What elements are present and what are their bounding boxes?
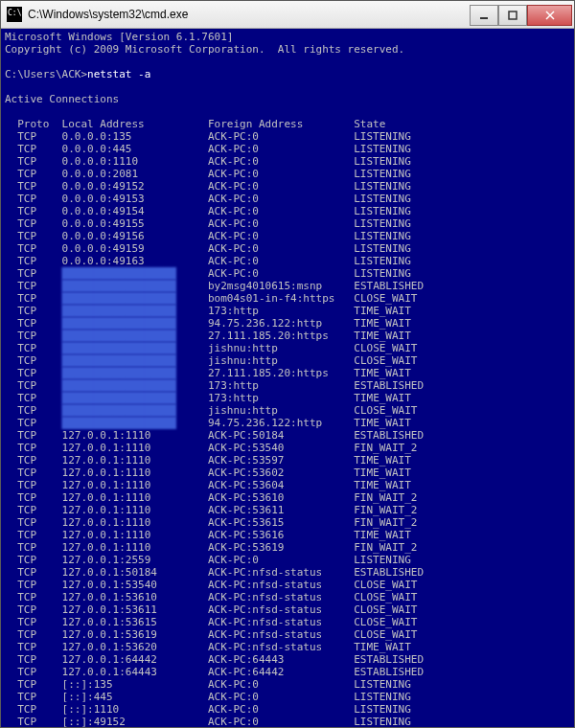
connection-row: TCP ██████████████████ bom04s01-in-f4:ht… bbox=[5, 292, 418, 305]
window-title: C:\Windows\system32\cmd.exe bbox=[28, 8, 470, 21]
obscured-address: ██████████████████ bbox=[62, 292, 176, 305]
obscured-address: ██████████████████ bbox=[62, 330, 176, 342]
connection-row: TCP 127.0.0.1:1110 ACK-PC:53604 TIME_WAI… bbox=[5, 479, 411, 491]
connection-row: TCP 0.0.0.0:49163 ACK-PC:0 LISTENING bbox=[5, 255, 411, 267]
connection-row: TCP 127.0.0.1:53620 ACK-PC:nfsd-status T… bbox=[5, 641, 411, 653]
connection-row: TCP 0.0.0.0:49153 ACK-PC:0 LISTENING bbox=[5, 193, 411, 205]
minimize-icon bbox=[479, 11, 489, 20]
connection-row: TCP 127.0.0.1:1110 ACK-PC:53615 FIN_WAIT… bbox=[5, 516, 417, 529]
obscured-address: ██████████████████ bbox=[62, 267, 176, 280]
obscured-address: ██████████████████ bbox=[62, 417, 176, 429]
connection-row: TCP ██████████████████ 94.75.236.122:htt… bbox=[5, 417, 411, 429]
cmd-window: C:\Windows\system32\cmd.exe Microsoft Wi… bbox=[0, 0, 575, 728]
obscured-address: ██████████████████ bbox=[62, 392, 176, 404]
connection-row: TCP ██████████████████ jishnu:http CLOSE… bbox=[5, 404, 418, 417]
connection-row: TCP [::]:49152 ACK-PC:0 LISTENING bbox=[5, 716, 411, 727]
obscured-address: ██████████████████ bbox=[62, 305, 176, 317]
connection-rows: TCP 0.0.0.0:135 ACK-PC:0 LISTENING TCP 0… bbox=[5, 130, 424, 727]
window-buttons bbox=[470, 5, 572, 24]
close-button[interactable] bbox=[527, 5, 572, 26]
connection-row: TCP 0.0.0.0:49154 ACK-PC:0 LISTENING bbox=[5, 205, 411, 217]
connection-row: TCP ██████████████████ 173:http TIME_WAI… bbox=[5, 305, 411, 317]
connection-row: TCP ██████████████████ jishnu:http CLOSE… bbox=[5, 342, 418, 354]
connection-row: TCP 127.0.0.1:1110 ACK-PC:53616 TIME_WAI… bbox=[5, 529, 411, 541]
connection-row: TCP 0.0.0.0:49159 ACK-PC:0 LISTENING bbox=[5, 242, 411, 255]
titlebar[interactable]: C:\Windows\system32\cmd.exe bbox=[1, 1, 574, 29]
connection-row: TCP 127.0.0.1:1110 ACK-PC:53540 FIN_WAIT… bbox=[5, 442, 417, 454]
obscured-address: ██████████████████ bbox=[62, 280, 176, 292]
connection-row: TCP [::]:1110 ACK-PC:0 LISTENING bbox=[5, 703, 411, 716]
connection-row: TCP ██████████████████ 27.111.185.20:htt… bbox=[5, 367, 411, 379]
connection-row: TCP 127.0.0.1:1110 ACK-PC:53619 FIN_WAIT… bbox=[5, 541, 417, 554]
connection-row: TCP 127.0.0.1:1110 ACK-PC:53602 TIME_WAI… bbox=[5, 466, 411, 479]
terminal-output[interactable]: Microsoft Windows [Version 6.1.7601] Cop… bbox=[1, 29, 574, 727]
obscured-address: ██████████████████ bbox=[62, 367, 176, 379]
connection-row: TCP [::]:135 ACK-PC:0 LISTENING bbox=[5, 678, 411, 691]
connection-row: TCP 127.0.0.1:53615 ACK-PC:nfsd-status C… bbox=[5, 616, 417, 628]
connection-row: TCP 0.0.0.0:49155 ACK-PC:0 LISTENING bbox=[5, 217, 411, 230]
column-headers: Proto Local Address Foreign Address Stat… bbox=[5, 118, 385, 130]
connection-row: TCP ██████████████████ 27.111.185.20:htt… bbox=[5, 330, 411, 342]
section-heading: Active Connections bbox=[5, 93, 119, 105]
banner-line-1: Microsoft Windows [Version 6.1.7601] bbox=[5, 31, 233, 43]
connection-row: TCP 127.0.0.1:53610 ACK-PC:nfsd-status C… bbox=[5, 591, 417, 603]
obscured-address: ██████████████████ bbox=[62, 317, 176, 330]
maximize-icon bbox=[508, 11, 518, 20]
svg-rect-1 bbox=[509, 11, 517, 19]
connection-row: TCP [::]:445 ACK-PC:0 LISTENING bbox=[5, 691, 411, 703]
connection-row: TCP 127.0.0.1:64442 ACK-PC:64443 ESTABLI… bbox=[5, 653, 424, 666]
cmd-icon bbox=[7, 7, 22, 22]
connection-row: TCP 0.0.0.0:49152 ACK-PC:0 LISTENING bbox=[5, 180, 411, 193]
connection-row: TCP ██████████████████ by2msg4010615:msn… bbox=[5, 280, 424, 292]
connection-row: TCP 0.0.0.0:1110 ACK-PC:0 LISTENING bbox=[5, 155, 411, 168]
obscured-address: ██████████████████ bbox=[62, 342, 176, 354]
connection-row: TCP 0.0.0.0:2081 ACK-PC:0 LISTENING bbox=[5, 168, 411, 180]
close-icon bbox=[545, 11, 555, 20]
connection-row: TCP 127.0.0.1:1110 ACK-PC:50184 ESTABLIS… bbox=[5, 429, 424, 442]
prompt: C:\Users\ACK> bbox=[5, 68, 87, 80]
banner-line-2: Copyright (c) 2009 Microsoft Corporation… bbox=[5, 43, 404, 56]
connection-row: TCP 127.0.0.1:2559 ACK-PC:0 LISTENING bbox=[5, 554, 411, 566]
connection-row: TCP 127.0.0.1:53619 ACK-PC:nfsd-status C… bbox=[5, 628, 417, 641]
connection-row: TCP 127.0.0.1:1110 ACK-PC:53610 FIN_WAIT… bbox=[5, 491, 417, 504]
connection-row: TCP 0.0.0.0:49156 ACK-PC:0 LISTENING bbox=[5, 230, 411, 242]
connection-row: TCP ██████████████████ 94.75.236.122:htt… bbox=[5, 317, 411, 330]
command: netstat -a bbox=[87, 68, 150, 80]
connection-row: TCP 127.0.0.1:1110 ACK-PC:53597 TIME_WAI… bbox=[5, 454, 411, 466]
connection-row: TCP 0.0.0.0:445 ACK-PC:0 LISTENING bbox=[5, 143, 411, 155]
connection-row: TCP ██████████████████ jishnu:http CLOSE… bbox=[5, 354, 418, 367]
obscured-address: ██████████████████ bbox=[62, 404, 176, 417]
connection-row: TCP 0.0.0.0:135 ACK-PC:0 LISTENING bbox=[5, 130, 411, 143]
connection-row: TCP ██████████████████ 173:http ESTABLIS… bbox=[5, 379, 424, 392]
obscured-address: ██████████████████ bbox=[62, 379, 176, 392]
connection-row: TCP 127.0.0.1:53611 ACK-PC:nfsd-status C… bbox=[5, 603, 417, 616]
connection-row: TCP ██████████████████ ACK-PC:0 LISTENIN… bbox=[5, 267, 411, 280]
maximize-button[interactable] bbox=[498, 5, 527, 26]
connection-row: TCP 127.0.0.1:1110 ACK-PC:53611 FIN_WAIT… bbox=[5, 504, 417, 516]
connection-row: TCP 127.0.0.1:50184 ACK-PC:nfsd-status E… bbox=[5, 566, 424, 579]
connection-row: TCP 127.0.0.1:64443 ACK-PC:64442 ESTABLI… bbox=[5, 666, 424, 678]
connection-row: TCP 127.0.0.1:53540 ACK-PC:nfsd-status C… bbox=[5, 579, 417, 591]
minimize-button[interactable] bbox=[470, 5, 498, 26]
connection-row: TCP ██████████████████ 173:http TIME_WAI… bbox=[5, 392, 411, 404]
obscured-address: ██████████████████ bbox=[62, 354, 176, 367]
